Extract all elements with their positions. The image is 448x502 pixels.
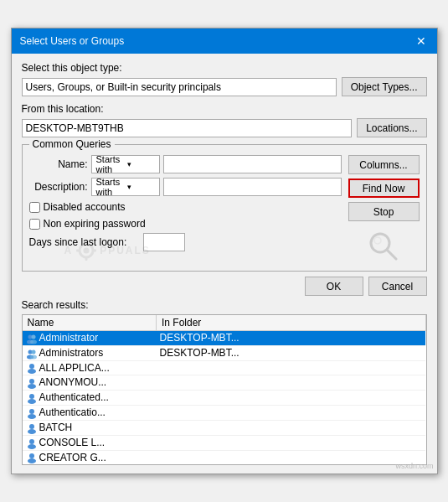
queries-left: Name: Starts with ▾ Description: Starts … bbox=[29, 155, 342, 262]
svg-point-10 bbox=[31, 334, 35, 339]
locations-button[interactable]: Locations... bbox=[357, 118, 426, 137]
row-folder-cell bbox=[157, 360, 426, 375]
object-type-label: Select this object type: bbox=[22, 62, 427, 74]
table-row[interactable]: Authenticated... bbox=[23, 391, 426, 406]
table-row[interactable]: CONSOLE L... bbox=[23, 435, 426, 450]
description-filter-value: Starts with bbox=[95, 177, 126, 197]
ok-button[interactable]: OK bbox=[305, 277, 363, 296]
svg-point-24 bbox=[28, 414, 36, 419]
disabled-accounts-checkbox[interactable] bbox=[29, 202, 40, 213]
svg-point-16 bbox=[30, 355, 37, 359]
svg-point-22 bbox=[28, 399, 36, 404]
dialog-window: Select Users or Groups ✕ Select this obj… bbox=[11, 28, 438, 474]
col-header-folder[interactable]: In Folder bbox=[157, 315, 426, 331]
description-value-input[interactable] bbox=[163, 178, 342, 196]
find-now-button[interactable]: Find Now bbox=[348, 179, 420, 198]
row-name-cell: Authenticated... bbox=[23, 391, 157, 406]
common-queries-group: Common Queries Name: Starts with ▾ bbox=[22, 144, 427, 272]
name-value-input[interactable] bbox=[163, 155, 342, 173]
stop-button[interactable]: Stop bbox=[348, 202, 420, 221]
object-type-input[interactable] bbox=[22, 78, 337, 96]
days-row: Days since last logon: bbox=[29, 233, 342, 251]
svg-point-19 bbox=[29, 379, 34, 384]
table-row[interactable]: AdministratorDESKTOP-MBT... bbox=[23, 331, 426, 346]
row-folder-cell bbox=[157, 375, 426, 391]
row-folder-cell: DESKTOP-MBT... bbox=[157, 331, 426, 346]
location-label: From this location: bbox=[22, 103, 427, 115]
disabled-accounts-label: Disabled accounts bbox=[44, 201, 126, 213]
bottom-buttons: OK Cancel bbox=[22, 277, 427, 296]
svg-point-26 bbox=[28, 429, 36, 434]
queries-right: Columns... Find Now Stop bbox=[348, 155, 420, 262]
description-filter-arrow: ▾ bbox=[126, 183, 157, 191]
row-name-cell: ALL APPLICA... bbox=[23, 360, 157, 375]
svg-point-17 bbox=[29, 364, 34, 369]
svg-point-20 bbox=[28, 384, 36, 389]
name-filter-arrow: ▾ bbox=[126, 160, 157, 168]
non-expiring-row: Non expiring password bbox=[29, 218, 342, 230]
non-expiring-checkbox[interactable] bbox=[29, 219, 40, 230]
row-folder-cell bbox=[157, 406, 426, 421]
col-header-name[interactable]: Name bbox=[23, 315, 157, 331]
svg-point-2 bbox=[374, 237, 381, 244]
results-table-container[interactable]: Name In Folder AdministratorDESKTOP-MBT.… bbox=[22, 314, 427, 465]
location-row: Locations... bbox=[22, 118, 427, 137]
days-label: Days since last logon: bbox=[29, 236, 138, 248]
table-row[interactable]: ANONYMOU... bbox=[23, 375, 426, 391]
wsxdn-watermark: wsxdn.com bbox=[395, 462, 433, 470]
object-type-row: Object Types... bbox=[22, 77, 427, 96]
svg-line-1 bbox=[387, 250, 396, 259]
columns-button[interactable]: Columns... bbox=[348, 155, 420, 174]
search-magnifier-icon bbox=[368, 230, 399, 262]
row-name-cell: ANONYMOU... bbox=[23, 375, 157, 391]
cancel-button[interactable]: Cancel bbox=[368, 277, 427, 296]
table-row[interactable]: Authenticatio... bbox=[23, 406, 426, 421]
svg-point-29 bbox=[29, 453, 34, 458]
location-input[interactable] bbox=[22, 119, 353, 137]
row-name-cell: Administrator bbox=[23, 331, 157, 346]
close-button[interactable]: ✕ bbox=[414, 34, 429, 49]
description-label: Description: bbox=[29, 181, 88, 193]
svg-point-21 bbox=[29, 394, 34, 399]
row-name-cell: CREATOR G... bbox=[23, 450, 157, 465]
dialog-body: Select this object type: Object Types...… bbox=[12, 54, 437, 474]
table-row[interactable]: ALL APPLICA... bbox=[23, 360, 426, 375]
row-name-cell: CONSOLE L... bbox=[23, 435, 157, 450]
table-row[interactable]: AdministratorsDESKTOP-MBT... bbox=[23, 345, 426, 360]
svg-point-14 bbox=[31, 349, 35, 354]
row-name-cell: Administrators bbox=[23, 345, 157, 360]
table-row[interactable]: BATCH bbox=[23, 420, 426, 435]
name-filter-value: Starts with bbox=[95, 154, 126, 174]
svg-point-12 bbox=[30, 339, 37, 344]
title-bar: Select Users or Groups ✕ bbox=[12, 28, 437, 54]
common-queries-tab[interactable]: Common Queries bbox=[29, 138, 115, 150]
description-filter-select[interactable]: Starts with ▾ bbox=[91, 178, 160, 196]
object-types-button[interactable]: Object Types... bbox=[342, 77, 427, 96]
svg-point-25 bbox=[29, 424, 34, 429]
row-folder-cell: DESKTOP-MBT... bbox=[157, 345, 426, 360]
search-results-label: Search results: bbox=[22, 299, 427, 311]
disabled-accounts-row: Disabled accounts bbox=[29, 201, 342, 213]
svg-point-18 bbox=[28, 369, 36, 374]
days-input[interactable] bbox=[143, 233, 185, 251]
row-folder-cell bbox=[157, 420, 426, 435]
svg-point-28 bbox=[28, 444, 36, 449]
row-folder-cell bbox=[157, 450, 426, 465]
row-folder-cell bbox=[157, 391, 426, 406]
row-name-cell: Authenticatio... bbox=[23, 406, 157, 421]
name-filter-select[interactable]: Starts with ▾ bbox=[91, 155, 160, 173]
non-expiring-label: Non expiring password bbox=[44, 218, 146, 230]
svg-point-30 bbox=[28, 458, 36, 463]
row-folder-cell bbox=[157, 435, 426, 450]
name-label: Name: bbox=[29, 158, 88, 170]
dialog-title: Select Users or Groups bbox=[20, 35, 125, 47]
svg-point-23 bbox=[29, 409, 34, 414]
row-name-cell: BATCH bbox=[23, 420, 157, 435]
svg-point-27 bbox=[29, 439, 34, 444]
table-row[interactable]: CREATOR G... bbox=[23, 450, 426, 465]
results-table: Name In Folder AdministratorDESKTOP-MBT.… bbox=[23, 315, 426, 465]
search-icon-area bbox=[348, 230, 420, 262]
